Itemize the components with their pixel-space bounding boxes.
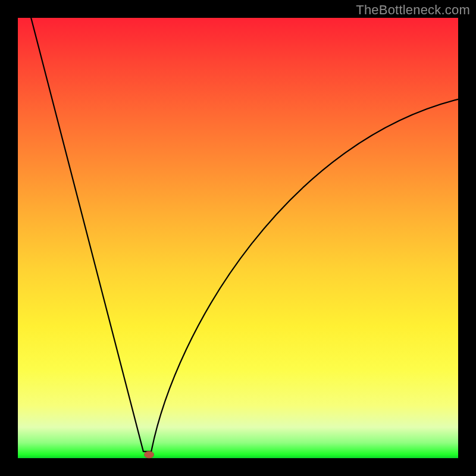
curve-path: [31, 18, 458, 452]
bottleneck-curve: [18, 18, 458, 458]
plot-area: [18, 18, 458, 458]
chart-frame: TheBottleneck.com: [0, 0, 476, 476]
optimum-marker: [144, 451, 154, 458]
attribution-text: TheBottleneck.com: [356, 2, 470, 18]
